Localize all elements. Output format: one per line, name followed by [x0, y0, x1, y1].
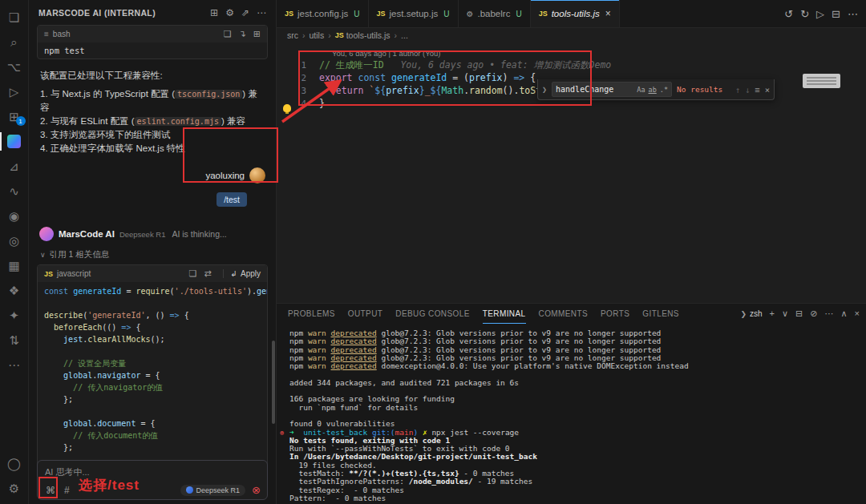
new-file-icon[interactable]: ⊞ [253, 29, 261, 39]
terminal-dropdown-icon[interactable]: ∨ [782, 308, 788, 319]
js-code-block: JS javascript ❏⇄ ↲ Apply const generateI… [37, 264, 268, 478]
account-icon[interactable]: ◯ [0, 451, 29, 476]
panel-tab-gitlens[interactable]: GITLENS [642, 304, 679, 324]
context-hash-icon[interactable]: # [64, 485, 70, 496]
minimap[interactable] [803, 74, 840, 88]
apply-icon: ↲ [231, 269, 237, 278]
model-selector[interactable]: Deepseek R1 [180, 485, 246, 496]
new-chat-icon[interactable]: ⊞ [210, 7, 218, 18]
close-tab-icon[interactable]: × [605, 8, 611, 19]
js-file-icon: JS [377, 10, 386, 18]
copy-icon[interactable]: ❏ [189, 268, 197, 279]
panel-tab-ports[interactable]: PORTS [601, 304, 629, 324]
activity-bar-bottom: ◯⚙ [0, 451, 28, 501]
forward-icon[interactable]: ↻ [800, 8, 809, 20]
editor-actions: ↺↻▷⊟⋯ [784, 0, 866, 27]
user-message: yaoluxing /test [39, 167, 265, 207]
pulse-icon[interactable]: ∿ [0, 179, 29, 204]
extensions-icon[interactable]: ⊞1 [0, 104, 29, 129]
target-icon[interactable]: ◎ [0, 228, 29, 253]
chat-panel-title: MARSCODE AI (INTERNAL) [38, 8, 210, 18]
terminal-shell-label[interactable]: ❯ zsh [740, 309, 762, 318]
search-icon[interactable]: ⌕ [0, 30, 29, 54]
config-file-icon: ⚙ [467, 10, 474, 18]
slash-command-icon[interactable]: ⌘ [46, 485, 55, 496]
new-terminal-icon[interactable]: + [770, 308, 775, 319]
find-in-selection-icon[interactable]: ≡ [755, 85, 759, 95]
find-results-label: No results [677, 85, 722, 94]
back-icon[interactable]: ↺ [784, 8, 793, 20]
tab-jest.config.js[interactable]: JSjest.config.jsU [277, 0, 369, 27]
close-panel-icon[interactable]: × [855, 308, 860, 319]
tab-jest.setup.js[interactable]: JSjest.setup.jsU [369, 0, 459, 27]
reference-toggle[interactable]: ∨ 引用 1 相关信息 [40, 249, 265, 260]
ai-model-label: Deepseek R1 [119, 230, 166, 239]
more-icon[interactable]: ⋯ [0, 353, 29, 377]
tab-tools-utils.js[interactable]: JStools-utils.js× [531, 0, 620, 27]
command-failed-icon: ⊗ [280, 429, 284, 437]
panel-tab-output[interactable]: OUTPUT [348, 304, 383, 324]
more-icon[interactable]: ⋯ [825, 308, 834, 319]
git-sync-icon[interactable]: ⇅ [0, 328, 29, 353]
panel-tab-debug-console[interactable]: DEBUG CONSOLE [395, 304, 469, 324]
settings-gear-icon[interactable]: ⚙ [0, 476, 29, 501]
find-input[interactable]: handleChange Aa ab .* [552, 82, 672, 97]
marscode-ai-icon[interactable] [0, 129, 29, 154]
panel-tab-terminal[interactable]: TERMINAL [483, 304, 526, 324]
more-actions-icon[interactable]: ⋯ [848, 8, 858, 20]
stop-generation-button[interactable]: ⊗ [252, 484, 261, 496]
more-icon[interactable]: ⋯ [257, 7, 266, 18]
match-case-icon[interactable]: Aa [637, 86, 645, 94]
split-editor-icon[interactable]: ⊟ [832, 8, 840, 20]
kill-terminal-icon[interactable]: ⊘ [810, 308, 817, 319]
run-circle-icon[interactable]: ◉ [0, 204, 29, 228]
next-match-icon[interactable]: ↓ [745, 85, 750, 95]
split-terminal-icon[interactable]: ⊟ [795, 308, 803, 319]
regex-icon[interactable]: .* [660, 86, 668, 94]
find-query[interactable]: handleChange [556, 85, 633, 94]
chevron-down-icon: ∨ [40, 251, 46, 259]
toggle-replace-icon[interactable]: ❯ [542, 85, 547, 94]
panel-tab-comments[interactable]: COMMENTS [539, 304, 589, 324]
bash-block-actions: ❏↴⊞ [224, 29, 261, 39]
settings-icon[interactable]: ⚙ [225, 7, 234, 18]
lightbulb-icon[interactable] [283, 104, 291, 112]
breadcrumb-item[interactable]: JStools-utils.js [335, 30, 391, 40]
code-editor[interactable]: You, 6 days ago | 1 author (You) 1// 生成唯… [277, 42, 866, 303]
source-control-icon[interactable]: ⌥ [0, 54, 29, 79]
tab-.babelrc[interactable]: ⚙.babelrcU [459, 0, 531, 27]
terminal[interactable]: npm warn deprecated glob@7.2.3: Glob ver… [277, 324, 866, 502]
insert-icon[interactable]: ↴ [239, 29, 246, 39]
codelens-blame[interactable]: You, 6 days ago | 1 author (You) [332, 49, 866, 58]
previous-match-icon[interactable]: ↑ [735, 85, 740, 95]
open-in-editor-icon[interactable]: ⇗ [241, 7, 249, 18]
run-file-icon[interactable]: ▷ [816, 8, 824, 20]
blocks-icon[interactable]: ▦ [0, 253, 29, 278]
panel-tab-problems[interactable]: PROBLEMS [288, 304, 335, 324]
test-command-pill[interactable]: /test [216, 192, 247, 207]
run-debug-icon[interactable]: ▷ [0, 79, 29, 104]
line-number: 3 [277, 86, 319, 96]
maximize-panel-icon[interactable]: ∧ [841, 308, 848, 319]
panel-tab-bar: PROBLEMSOUTPUTDEBUG CONSOLETERMINALCOMME… [277, 304, 866, 324]
chat-input-box[interactable]: AI 思考中... ⌘ # Deepseek R1 ⊗ [37, 460, 268, 500]
explorer-icon[interactable]: ❏ [0, 5, 29, 30]
bash-code-block-header: ≡ bash ❏↴⊞ [38, 26, 267, 42]
packages-icon[interactable]: ❖ [0, 278, 29, 303]
apply-button[interactable]: ↲ Apply [223, 269, 261, 278]
spark-icon[interactable]: ✦ [0, 303, 29, 328]
whole-word-icon[interactable]: ab [649, 86, 657, 94]
generated-test-code[interactable]: const generateId = require('./tools-util… [38, 282, 267, 477]
breadcrumb-item[interactable]: ... [401, 30, 408, 40]
diff-icon[interactable]: ⇄ [204, 268, 211, 279]
chat-scrollbar[interactable] [272, 341, 275, 424]
compat-item: 1. 与 Next.js 的 TypeScript 配置 (tsconfig.j… [40, 87, 265, 115]
breadcrumb-item[interactable]: utils [310, 30, 325, 40]
close-find-icon[interactable]: × [765, 85, 770, 95]
ai-thinking-status: AI is thinking... [172, 229, 226, 239]
activity-bar: ❏⌕⌥▷⊞1⊿∿◉◎▦❖✦⇅⋯ ◯⚙ [0, 0, 29, 504]
metrics-icon[interactable]: ⊿ [0, 154, 29, 179]
copy-icon[interactable]: ❏ [224, 29, 232, 39]
breadcrumb-item[interactable]: src [287, 30, 298, 40]
editor-area: JSjest.config.jsUJSjest.setup.jsU⚙.babel… [277, 0, 866, 303]
